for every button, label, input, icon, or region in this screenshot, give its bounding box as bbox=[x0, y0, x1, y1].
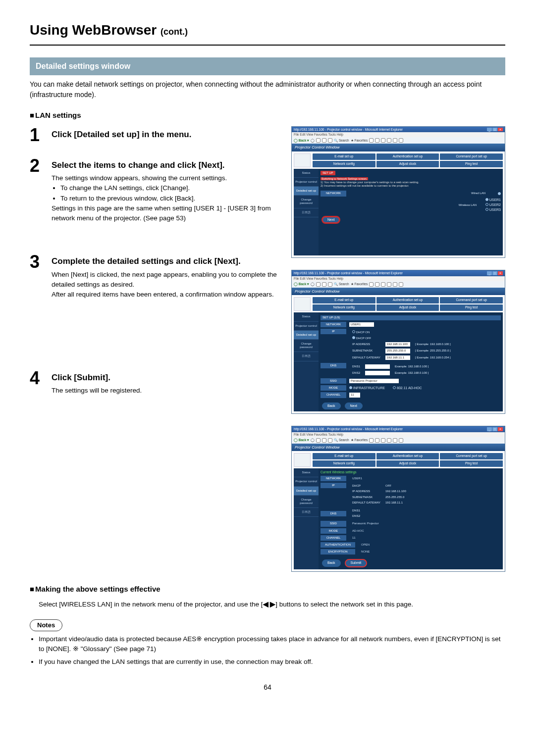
tab-ping-test[interactable]: Ping test bbox=[440, 161, 503, 167]
toolbar-icon[interactable] bbox=[369, 438, 374, 443]
maximize-icon[interactable]: □ bbox=[492, 128, 497, 132]
radio-user3[interactable] bbox=[485, 208, 488, 211]
home-icon[interactable] bbox=[328, 282, 332, 287]
radio-user2[interactable] bbox=[485, 203, 488, 206]
forward-button[interactable]: ◯ bbox=[311, 438, 315, 442]
tab-ping-test[interactable]: Ping test bbox=[440, 460, 503, 467]
toolbar-icon[interactable] bbox=[387, 438, 391, 443]
close-icon[interactable]: × bbox=[498, 271, 503, 275]
stop-icon[interactable] bbox=[316, 282, 321, 287]
home-icon[interactable] bbox=[328, 138, 332, 143]
refresh-icon[interactable] bbox=[322, 138, 326, 143]
back-button[interactable]: ◯ Back ▾ bbox=[294, 282, 309, 286]
back-button[interactable]: ◯ Back ▾ bbox=[294, 438, 309, 442]
tab-command-port[interactable]: Command port set up bbox=[440, 297, 503, 303]
browser-toolbar[interactable]: ◯ Back ▾ ◯ 🔍 Search ★ Favorites bbox=[292, 437, 505, 444]
favorites-button[interactable]: ★ Favorites bbox=[351, 282, 368, 286]
maximize-icon[interactable]: □ bbox=[492, 271, 497, 275]
minimize-icon[interactable]: _ bbox=[487, 271, 492, 275]
tab-network-config[interactable]: Network config bbox=[313, 304, 375, 311]
toolbar-icon[interactable] bbox=[381, 438, 385, 443]
tab-email-setup[interactable]: E-mail set up bbox=[313, 297, 375, 303]
toolbar-icon[interactable] bbox=[387, 282, 391, 287]
tab-network-config[interactable]: Network config bbox=[313, 161, 375, 167]
toolbar-icon[interactable] bbox=[375, 138, 379, 143]
browser-toolbar[interactable]: ◯ Back ▾ ◯ 🔍 Search ★ Favorites bbox=[292, 137, 505, 144]
toolbar-icon[interactable] bbox=[393, 138, 397, 143]
sidebar-item-detailed-setup[interactable]: Detailed set up bbox=[294, 331, 319, 340]
tab-command-port[interactable]: Command port set up bbox=[440, 453, 503, 459]
back-button[interactable]: Back bbox=[322, 403, 341, 409]
menu-bar[interactable]: File Edit View Favorites Tools Help bbox=[292, 276, 505, 281]
toolbar-icon[interactable] bbox=[393, 282, 397, 287]
sidebar-item-projector-control[interactable]: Projector control bbox=[294, 178, 319, 187]
submit-button[interactable]: Submit bbox=[345, 559, 368, 567]
sidebar-item-japanese[interactable]: 日本語 bbox=[294, 508, 319, 517]
radio-user1[interactable] bbox=[485, 198, 488, 201]
toolbar-icon[interactable] bbox=[375, 282, 379, 287]
tab-email-setup[interactable]: E-mail set up bbox=[313, 453, 375, 459]
sidebar-item-status[interactable]: Status bbox=[294, 312, 319, 321]
menu-bar[interactable]: File Edit View Favorites Tools Help bbox=[292, 132, 505, 137]
toolbar-icon[interactable] bbox=[369, 138, 374, 143]
forward-button[interactable]: ◯ bbox=[311, 282, 315, 286]
sidebar-item-change-password[interactable]: Change password bbox=[294, 496, 319, 508]
tab-authentication[interactable]: Authentication set up bbox=[376, 153, 439, 160]
favorites-button[interactable]: ★ Favorites bbox=[351, 438, 368, 442]
stop-icon[interactable] bbox=[316, 138, 321, 143]
toolbar-icon[interactable] bbox=[393, 438, 397, 443]
sidebar-item-japanese[interactable]: 日本語 bbox=[294, 352, 319, 361]
tab-authentication[interactable]: Authentication set up bbox=[376, 297, 439, 303]
tab-adjust-clock[interactable]: Adjust clock bbox=[376, 460, 439, 467]
tab-adjust-clock[interactable]: Adjust clock bbox=[376, 161, 439, 167]
tab-email-setup[interactable]: E-mail set up bbox=[313, 153, 375, 160]
sidebar-item-change-password[interactable]: Change password bbox=[294, 340, 319, 352]
refresh-icon[interactable] bbox=[322, 438, 326, 443]
sidebar-item-status[interactable]: Status bbox=[294, 169, 319, 178]
stop-icon[interactable] bbox=[316, 438, 321, 443]
forward-button[interactable]: ◯ bbox=[311, 139, 315, 143]
subnet-input[interactable]: 255.255.255.0 bbox=[385, 349, 410, 353]
channel-input[interactable]: 11 bbox=[349, 393, 360, 397]
home-icon[interactable] bbox=[328, 438, 332, 443]
sidebar-item-change-password[interactable]: Change password bbox=[294, 196, 319, 208]
radio-infrastructure[interactable] bbox=[349, 386, 352, 389]
radio-adhoc[interactable] bbox=[393, 386, 396, 389]
search-button[interactable]: 🔍 Search bbox=[334, 139, 349, 143]
maximize-icon[interactable]: □ bbox=[492, 427, 497, 431]
toolbar-icon[interactable] bbox=[381, 138, 385, 143]
radio-dhcp-off[interactable] bbox=[352, 336, 355, 339]
next-button[interactable]: Next bbox=[321, 216, 340, 224]
toolbar-icon[interactable] bbox=[399, 138, 403, 143]
refresh-icon[interactable] bbox=[322, 282, 326, 287]
sidebar-item-detailed-setup[interactable]: Detailed set up bbox=[294, 487, 319, 496]
favorites-button[interactable]: ★ Favorites bbox=[351, 139, 368, 143]
sidebar-item-projector-control[interactable]: Projector control bbox=[294, 477, 319, 486]
radio-wired-lan[interactable] bbox=[498, 192, 501, 195]
back-button[interactable]: ◯ Back ▾ bbox=[294, 139, 309, 143]
back-button[interactable]: Back bbox=[322, 559, 341, 566]
close-icon[interactable]: × bbox=[498, 128, 503, 132]
sidebar-item-detailed-setup[interactable]: Detailed set up bbox=[294, 187, 319, 196]
dns1-input[interactable] bbox=[365, 364, 390, 369]
close-icon[interactable]: × bbox=[498, 427, 503, 431]
search-button[interactable]: 🔍 Search bbox=[334, 438, 349, 442]
gateway-input[interactable]: 192.168.11.1 bbox=[385, 355, 410, 360]
toolbar-icon[interactable] bbox=[381, 282, 385, 287]
tab-adjust-clock[interactable]: Adjust clock bbox=[376, 304, 439, 311]
browser-toolbar[interactable]: ◯ Back ▾ ◯ 🔍 Search ★ Favorites bbox=[292, 281, 505, 288]
tab-command-port[interactable]: Command port set up bbox=[440, 153, 503, 160]
dns2-input[interactable] bbox=[365, 371, 390, 375]
minimize-icon[interactable]: _ bbox=[487, 427, 492, 431]
menu-bar[interactable]: File Edit View Favorites Tools Help bbox=[292, 432, 505, 437]
ip-address-input[interactable]: 192.168.11.100 bbox=[385, 342, 410, 347]
toolbar-icon[interactable] bbox=[375, 438, 379, 443]
sidebar-item-status[interactable]: Status bbox=[294, 468, 319, 477]
ssid-input[interactable]: Panasonic Projector bbox=[349, 379, 399, 383]
tab-network-config[interactable]: Network config bbox=[313, 460, 375, 467]
next-button[interactable]: Next bbox=[345, 403, 363, 409]
minimize-icon[interactable]: _ bbox=[487, 128, 492, 132]
radio-dhcp-on[interactable] bbox=[352, 330, 355, 333]
tab-ping-test[interactable]: Ping test bbox=[440, 304, 503, 311]
sidebar-item-projector-control[interactable]: Projector control bbox=[294, 322, 319, 331]
